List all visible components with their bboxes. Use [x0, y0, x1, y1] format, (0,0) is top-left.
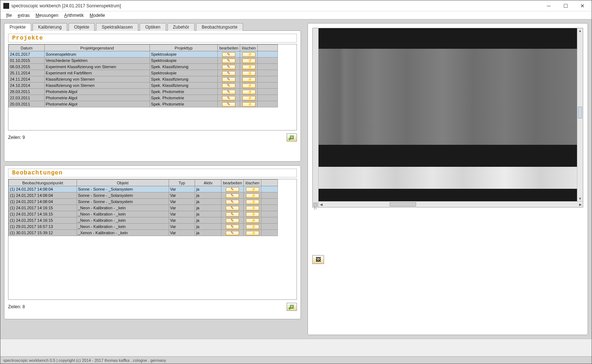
- edit-icon[interactable]: [226, 194, 239, 198]
- projects-add-button[interactable]: [287, 133, 297, 141]
- cell-subject: Klassifizierung von Sternen: [44, 76, 150, 82]
- viewer-left-scrollbar[interactable]: ▷: [313, 28, 319, 207]
- edit-icon[interactable]: [222, 59, 235, 63]
- table-row[interactable]: 24.10.2014Klassifizierung von SternenSpe…: [9, 82, 278, 89]
- edit-icon[interactable]: [226, 200, 239, 204]
- minimize-button[interactable]: ─: [540, 0, 557, 11]
- table-row[interactable]: 28.03.2011Photometrie AlgolSpek. Photome…: [9, 89, 278, 95]
- image-thumbnail-button[interactable]: 🖼: [312, 255, 324, 264]
- tab-beobachtungsorte[interactable]: Beobachtungsorte: [196, 23, 243, 31]
- col-objekt[interactable]: Objekt: [77, 180, 169, 186]
- delete-icon[interactable]: [246, 212, 259, 217]
- col-projektgegenstand[interactable]: Projektgegenstand: [44, 45, 150, 51]
- edit-icon[interactable]: [226, 225, 239, 229]
- table-row[interactable]: (1) 24.01.2017 14:08:04Sonne - Sonne - _…: [9, 192, 278, 199]
- cell-active: ja: [195, 199, 221, 205]
- tab-kalibrierung[interactable]: Kalibrierung: [33, 23, 67, 31]
- col-loeschen[interactable]: löschen: [240, 45, 258, 51]
- delete-icon[interactable]: [242, 65, 255, 69]
- tab-objekte[interactable]: Objekte: [69, 23, 95, 31]
- edit-icon[interactable]: [226, 206, 239, 210]
- cell-date: 01.10.2015: [9, 58, 45, 64]
- delete-icon[interactable]: [242, 71, 255, 76]
- table-row[interactable]: (1) 29.01.2017 16:57:13_Neon - Kalibrati…: [9, 224, 278, 230]
- table-row[interactable]: 24.11.2014Klassifizierung von SternenSpe…: [9, 76, 278, 82]
- delete-icon[interactable]: [242, 77, 255, 82]
- cell-subject: Photometrie Algol: [44, 89, 150, 95]
- table-row[interactable]: (1) 24.01.2017 14:16:15_Neon - Kalibrati…: [9, 211, 278, 217]
- delete-icon[interactable]: [242, 84, 255, 88]
- col-bearbeiten2[interactable]: bearbeiten: [221, 180, 244, 186]
- menu-extras[interactable]: extras: [15, 12, 33, 19]
- col-typ[interactable]: Typ: [169, 180, 195, 186]
- edit-icon[interactable]: [222, 71, 235, 76]
- col-beobachtungszeipunkt[interactable]: Beobachtungszeipunkt: [9, 180, 77, 186]
- table-row[interactable]: 08.03.2015Experiment Klassifizierung von…: [9, 64, 278, 70]
- cell-type: Spektroskopie: [150, 51, 217, 58]
- viewer-vertical-scrollbar[interactable]: ▲ ▼: [577, 28, 583, 201]
- observations-add-button[interactable]: [287, 303, 297, 311]
- tab-optiken[interactable]: Optiken: [140, 23, 166, 31]
- edit-icon[interactable]: [222, 90, 235, 94]
- tab-projekte[interactable]: Projekte: [4, 23, 31, 31]
- maximize-button[interactable]: ☐: [557, 0, 574, 11]
- menu-modelle[interactable]: Modelle: [87, 12, 108, 19]
- delete-icon[interactable]: [242, 52, 255, 57]
- edit-icon[interactable]: [226, 231, 239, 235]
- table-row[interactable]: (1) 24.01.2017 14:16:15_Neon - Kalibrati…: [9, 205, 278, 211]
- delete-icon[interactable]: [246, 231, 259, 235]
- delete-icon[interactable]: [246, 206, 259, 210]
- table-row[interactable]: 24.01.2017SonnenspektrumSpektroskopie: [9, 51, 278, 58]
- cell-time: (1) 24.01.2017 14:08:04: [9, 192, 77, 199]
- table-row[interactable]: (1) 30.01.2017 15:39:12_Xenon - Kalibrat…: [9, 230, 278, 236]
- table-row[interactable]: 22.03.2011Photometrie AlgolSpek. Photome…: [9, 95, 278, 101]
- edit-icon[interactable]: [226, 218, 239, 223]
- col-aktiv[interactable]: Aktiv: [195, 180, 221, 186]
- projects-panel: Projekte Datum Projektgegenstand Projekt…: [4, 30, 301, 162]
- menu-file[interactable]: file: [3, 12, 15, 19]
- edit-icon[interactable]: [226, 187, 239, 192]
- close-button[interactable]: ✕: [574, 0, 591, 11]
- cell-subject: Photometrie Algol: [44, 101, 150, 107]
- col-loeschen2[interactable]: löschen: [244, 180, 261, 186]
- edit-icon[interactable]: [222, 65, 235, 69]
- table-row[interactable]: 25.11.2014Experiment mit FarbfilternSpek…: [9, 70, 278, 76]
- cell-date: 24.01.2017: [9, 51, 45, 58]
- edit-icon[interactable]: [222, 84, 235, 88]
- delete-icon[interactable]: [242, 96, 255, 100]
- menu-messungen[interactable]: Messungen: [33, 12, 61, 19]
- col-projekttyp[interactable]: Projekttyp: [150, 45, 217, 51]
- delete-icon[interactable]: [246, 218, 259, 223]
- edit-icon[interactable]: [226, 212, 239, 217]
- cell-type: Spektroskopie: [150, 70, 217, 76]
- viewer-horizontal-scrollbar[interactable]: ◀ ▶: [319, 201, 583, 207]
- table-row[interactable]: (1) 24.01.2017 14:16:15_Neon - Kalibrati…: [9, 217, 278, 224]
- edit-icon[interactable]: [222, 102, 235, 107]
- titlebar: spectroscopic workbench [24.01.2017 Sonn…: [0, 0, 592, 11]
- delete-icon[interactable]: [246, 187, 259, 192]
- tab-zubehoer[interactable]: Zubehör: [168, 23, 195, 31]
- cell-type: Var: [169, 230, 195, 236]
- delete-icon[interactable]: [242, 102, 255, 107]
- edit-icon[interactable]: [222, 52, 235, 57]
- table-row[interactable]: (1) 24.01.2017 14:08:04Sonne - Sonne - _…: [9, 199, 278, 205]
- col-datum[interactable]: Datum: [9, 45, 45, 51]
- delete-icon[interactable]: [246, 200, 259, 204]
- table-row[interactable]: 20.03.2011Photometrie AlgolSpek. Photome…: [9, 101, 278, 107]
- tab-spektralklassen[interactable]: Spektralklassen: [96, 23, 138, 31]
- delete-icon[interactable]: [242, 59, 255, 63]
- cell-date: 24.10.2014: [9, 82, 45, 89]
- cell-object: _Xenon - Kalibration - _kein: [77, 230, 169, 236]
- col-bearbeiten[interactable]: bearbeiten: [218, 45, 240, 51]
- cell-type: Var: [169, 199, 195, 205]
- spectrum-image[interactable]: [319, 28, 577, 201]
- edit-icon[interactable]: [222, 96, 235, 100]
- table-row[interactable]: (1) 24.01.2017 14:08:04Sonne - Sonne - _…: [9, 186, 278, 192]
- delete-icon[interactable]: [246, 194, 259, 198]
- delete-icon[interactable]: [242, 90, 255, 94]
- table-row[interactable]: 01.10.2015Verschiedene SpektrenSpektrosk…: [9, 58, 278, 64]
- menu-arithmetik[interactable]: Arithmetik: [61, 12, 87, 19]
- edit-icon[interactable]: [222, 77, 235, 82]
- delete-icon[interactable]: [246, 225, 259, 229]
- cell-active: ja: [195, 205, 221, 211]
